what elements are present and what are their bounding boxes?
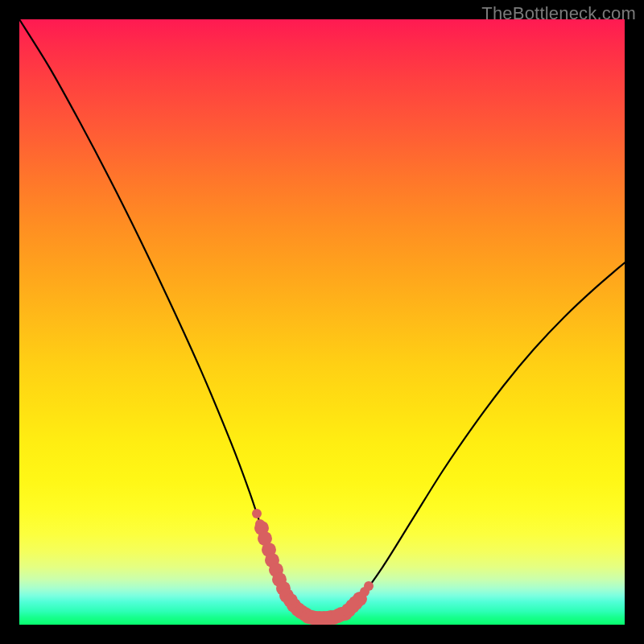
valley-markers [19, 19, 625, 625]
chart-frame: TheBottleneck.com [0, 0, 644, 644]
valley-marker-dot [252, 509, 262, 518]
valley-marker-dot [255, 519, 265, 529]
valley-marker-dot [364, 581, 374, 591]
plot-area [19, 19, 625, 625]
watermark-text: TheBottleneck.com [481, 3, 636, 24]
